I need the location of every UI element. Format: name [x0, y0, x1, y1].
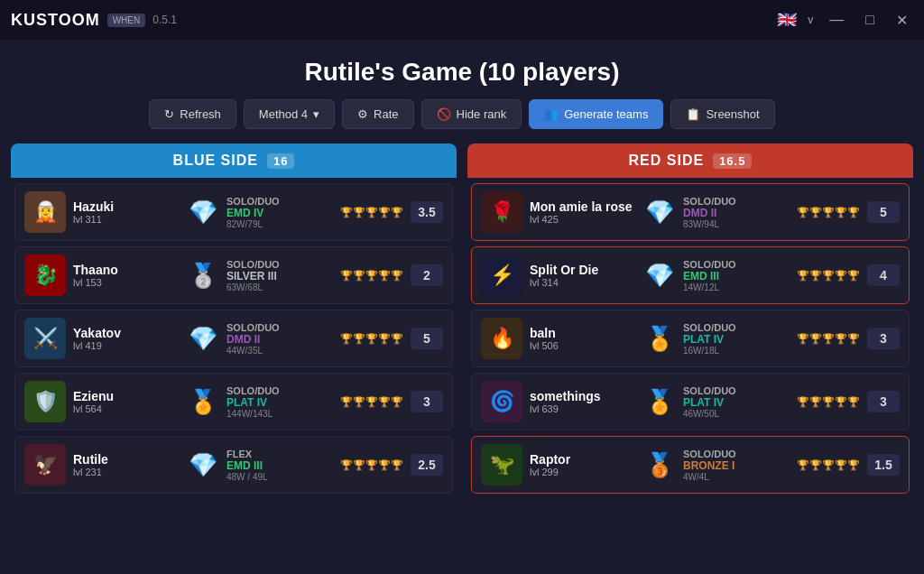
blue-team-header: BLUE SIDE 16 [11, 144, 457, 178]
player-card: 🌀 somethings lvl 639 🏅 SOLO/DUO PLAT IV … [471, 373, 910, 430]
page-title: Rutile's Game (10 players) [0, 40, 924, 99]
mastery-icon: 🏆🏆🏆🏆🏆 [797, 396, 860, 408]
avatar-icon: 🐉 [33, 264, 58, 287]
mastery-icons: 🏆🏆🏆🏆🏆 [340, 333, 403, 345]
rank-emblem: 🏅 [645, 388, 674, 416]
rank-icon: 🥈 [187, 259, 219, 292]
player-info: Yakatov lvl 419 [73, 326, 180, 351]
rank-emblem: 🥈 [189, 262, 217, 290]
player-card: 🦖 Raptor lvl 299 🥉 SOLO/DUO BRONZE I 4W/… [471, 436, 910, 494]
queue-info: SOLO/DUO PLAT IV 16W/18L [683, 322, 790, 356]
avatar-icon: 🦅 [33, 453, 58, 477]
avatar-icon: ⚔️ [33, 327, 58, 350]
queue-type: SOLO/DUO [683, 322, 790, 333]
player-info: Split Or Die lvl 314 [530, 263, 636, 288]
rank-icon: 💎 [643, 196, 676, 228]
rank-icon: 🥉 [643, 449, 676, 481]
mastery-icons: 🏆🏆🏆🏆🏆 [797, 459, 860, 471]
mastery-icon: 🏆🏆🏆🏆🏆 [340, 459, 403, 471]
player-name: Rutile [73, 452, 180, 467]
rank-icon: 🏅 [643, 322, 676, 355]
queue-info: SOLO/DUO SILVER III 63W/68L [226, 259, 333, 292]
refresh-button[interactable]: ↻ Refresh [149, 99, 236, 129]
minimize-button[interactable]: — [824, 10, 849, 30]
method-button[interactable]: Method 4 ▾ [244, 99, 335, 129]
player-card: ⚡ Split Or Die lvl 314 💎 SOLO/DUO EMD II… [471, 246, 910, 304]
queue-info: SOLO/DUO DMD II 83W/94L [683, 196, 790, 229]
rate-button[interactable]: ⚙ Rate [342, 99, 413, 129]
player-score: 1.5 [867, 454, 900, 476]
queue-type: FLEX [226, 449, 333, 459]
queue-type: SOLO/DUO [683, 385, 790, 396]
rank-emblem: 🏅 [645, 325, 674, 353]
player-level: lvl 311 [73, 214, 180, 225]
rank-icon: 💎 [187, 196, 219, 228]
player-name: Raptor [530, 452, 636, 467]
queue-rank: PLAT IV [683, 333, 790, 346]
player-score: 3 [411, 391, 443, 412]
player-level: lvl 299 [530, 467, 636, 477]
player-score: 2 [411, 264, 443, 286]
queue-info: FLEX EMD III 48W / 49L [226, 449, 333, 482]
avatar-icon: 🛡️ [33, 390, 58, 413]
blue-team-score: 16 [267, 153, 294, 169]
player-card: 🧝 Hazuki lvl 311 💎 SOLO/DUO EMD IV 82W/7… [14, 183, 453, 241]
queue-rank: SILVER III [226, 270, 333, 282]
player-card: 🦅 Rutile lvl 231 💎 FLEX EMD III 48W / 49… [14, 436, 453, 494]
player-avatar: 🦖 [481, 444, 522, 486]
player-info: Raptor lvl 299 [530, 452, 636, 477]
queue-type: SOLO/DUO [226, 259, 333, 270]
player-score: 4 [867, 264, 900, 286]
mastery-icons: 🏆🏆🏆🏆🏆 [797, 333, 860, 345]
queue-wr: 48W / 49L [226, 472, 333, 482]
player-name: Split Or Die [530, 263, 636, 277]
mastery-icon: 🏆🏆🏆🏆🏆 [340, 396, 403, 408]
queue-wr: 4W/4L [683, 472, 790, 482]
chevron-down-icon: ▾ [313, 107, 319, 121]
player-card: ⚔️ Yakatov lvl 419 💎 SOLO/DUO DMD II 44W… [14, 310, 453, 367]
title-bar-left: KUSTOOM WHEN 0.5.1 [11, 11, 177, 30]
queue-info: SOLO/DUO EMD IV 82W/79L [226, 196, 333, 229]
avatar-icon: 🧝 [33, 200, 58, 224]
red-player-list: 🌹 Mon amie la rose lvl 425 💎 SOLO/DUO DM… [467, 178, 913, 499]
avatar-icon: 🔥 [490, 327, 514, 350]
player-name: somethings [530, 389, 636, 403]
red-team-header: RED SIDE 16.5 [467, 144, 913, 178]
queue-rank: PLAT IV [683, 396, 790, 409]
blue-team-panel: BLUE SIDE 16 🧝 Hazuki lvl 311 💎 SOLO/DUO… [11, 144, 457, 499]
hide-rank-button[interactable]: 🚫 Hide rank [421, 99, 522, 129]
queue-wr: 14W/12L [683, 282, 790, 292]
player-card: 🐉 Thaano lvl 153 🥈 SOLO/DUO SILVER III 6… [14, 246, 453, 304]
queue-rank: BRONZE I [683, 459, 790, 472]
player-avatar: 🧝 [24, 191, 66, 233]
player-info: Thaano lvl 153 [73, 263, 180, 288]
player-score: 3.5 [411, 201, 443, 223]
player-card: 🔥 baln lvl 506 🏅 SOLO/DUO PLAT IV 16W/18… [471, 310, 910, 367]
title-bar: KUSTOOM WHEN 0.5.1 🇬🇧 v — □ ✕ [0, 0, 924, 40]
player-info: somethings lvl 639 [530, 389, 636, 414]
player-avatar: 🔥 [481, 318, 522, 359]
flag-icon: 🇬🇧 [777, 10, 797, 30]
queue-type: SOLO/DUO [226, 322, 333, 333]
player-info: Mon amie la rose lvl 425 [530, 199, 636, 225]
rank-icon: 🏅 [643, 385, 676, 418]
avatar-icon: 🌹 [490, 200, 514, 224]
player-name: baln [530, 326, 636, 340]
player-avatar: ⚡ [481, 255, 522, 296]
player-info: Rutile lvl 231 [73, 452, 180, 477]
generate-icon: 👥 [544, 107, 559, 121]
player-avatar: ⚔️ [24, 318, 66, 359]
rank-emblem: 🥉 [645, 451, 674, 479]
player-avatar: 🐉 [24, 255, 66, 296]
player-score: 5 [867, 201, 900, 223]
mastery-icon: 🏆🏆🏆🏆🏆 [797, 459, 860, 471]
close-button[interactable]: ✕ [891, 10, 913, 31]
screenshot-button[interactable]: 📋 Sreenshot [670, 99, 774, 129]
avatar-icon: ⚡ [490, 264, 514, 287]
maximize-button[interactable]: □ [860, 10, 880, 30]
blue-team-label: BLUE SIDE [173, 153, 258, 169]
player-score: 2.5 [411, 454, 443, 476]
queue-wr: 44W/35L [226, 346, 333, 356]
avatar-icon: 🦖 [490, 453, 514, 477]
generate-teams-button[interactable]: 👥 Generate teams [529, 99, 663, 129]
